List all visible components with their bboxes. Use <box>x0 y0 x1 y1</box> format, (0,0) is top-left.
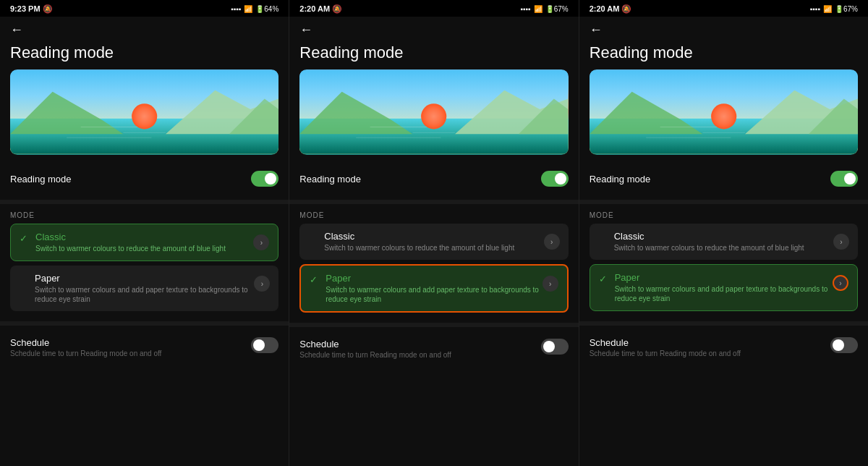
chevron-button[interactable]: › <box>544 234 560 250</box>
mode-card-desc: Switch to warmer colours to reduce the a… <box>35 244 253 253</box>
svg-point-2 <box>132 103 157 129</box>
mode-card-paper[interactable]: ✓PaperSwitch to warmer colours and add p… <box>590 264 858 311</box>
schedule-desc: Schedule time to turn Reading mode on an… <box>10 350 161 357</box>
schedule-desc: Schedule time to turn Reading mode on an… <box>590 350 741 357</box>
mode-card-desc: Switch to warmer colours to reduce the a… <box>614 243 833 253</box>
mode-card-text: PaperSwitch to warmer colours and add pa… <box>35 273 254 304</box>
check-icon: ✓ <box>599 274 609 284</box>
mode-card-name: Paper <box>326 273 542 284</box>
schedule-toggle-knob <box>543 341 555 352</box>
svg-point-20 <box>711 103 736 129</box>
status-time: 9:23 PM 🔕 <box>10 4 53 14</box>
mode-card-classic[interactable]: ClassicSwitch to warmer colours to reduc… <box>299 224 568 260</box>
mode-section-label: MODE <box>10 211 278 219</box>
mode-card-name: Paper <box>35 273 254 284</box>
chevron-button[interactable]: › <box>253 234 269 250</box>
section-divider <box>0 200 289 204</box>
schedule-row: Schedule Schedule time to turn Reading m… <box>299 339 568 359</box>
mode-card-left: ✓PaperSwitch to warmer colours and add p… <box>310 273 542 304</box>
schedule-section: Schedule Schedule time to turn Reading m… <box>0 331 289 360</box>
mode-card-text: ClassicSwitch to warmer colours to reduc… <box>324 231 543 253</box>
section-divider <box>579 200 868 204</box>
status-time: 2:20 AM 🔕 <box>590 4 632 14</box>
reading-mode-preview <box>10 69 278 155</box>
mode-card-left: ClassicSwitch to warmer colours to reduc… <box>308 231 543 253</box>
check-icon: ✓ <box>310 274 320 285</box>
status-icons: ▪▪▪▪ 📶 🔋67% <box>520 5 568 13</box>
mode-card-classic[interactable]: ✓ClassicSwitch to warmer colours to redu… <box>10 224 278 261</box>
schedule-section: Schedule Schedule time to turn Reading m… <box>289 333 578 362</box>
section-divider-2 <box>289 323 578 327</box>
mode-section-label: MODE <box>299 211 568 219</box>
mode-section-label: MODE <box>590 211 858 219</box>
signal-icon: ▪▪▪▪ <box>520 5 530 13</box>
section-divider <box>289 200 578 204</box>
schedule-toggle-knob <box>833 339 844 351</box>
back-button[interactable]: ← <box>299 22 312 37</box>
chevron-button[interactable]: › <box>833 234 849 250</box>
schedule-desc: Schedule time to turn Reading mode on an… <box>299 351 451 359</box>
schedule-text: Schedule Schedule time to turn Reading m… <box>590 337 741 357</box>
mode-section: MODEClassicSwitch to warmer colours to r… <box>579 207 868 318</box>
mode-card-left: ✓PaperSwitch to warmer colours and add p… <box>599 272 833 303</box>
schedule-title: Schedule <box>590 337 741 348</box>
schedule-toggle[interactable] <box>541 339 569 355</box>
signal-icon: ▪▪▪▪ <box>810 5 820 13</box>
mode-card-desc: Switch to warmer colours and add paper t… <box>326 285 542 304</box>
mode-card-name: Classic <box>324 231 543 242</box>
back-row: ← <box>289 17 578 41</box>
mode-card-paper[interactable]: ✓PaperSwitch to warmer colours and add p… <box>299 264 568 313</box>
back-row: ← <box>0 17 289 41</box>
phone-panel-panel3: 2:20 AM 🔕 ▪▪▪▪ 📶 🔋67% ←Reading mode <box>579 0 868 466</box>
status-time: 2:20 AM 🔕 <box>299 4 342 14</box>
mode-card-classic[interactable]: ClassicSwitch to warmer colours to reduc… <box>590 224 858 260</box>
reading-mode-label: Reading mode <box>590 174 651 185</box>
back-button[interactable]: ← <box>590 22 603 37</box>
toggle-knob <box>844 173 856 185</box>
schedule-title: Schedule <box>299 339 451 350</box>
chevron-button[interactable]: › <box>833 275 848 291</box>
signal-icon: ▪▪▪▪ <box>231 5 241 13</box>
chevron-button[interactable]: › <box>542 276 558 292</box>
mode-card-left: ✓ClassicSwitch to warmer colours to redu… <box>20 232 253 253</box>
section-divider-2 <box>579 321 868 326</box>
battery-icon: 🔋67% <box>835 5 858 13</box>
reading-mode-preview <box>590 69 858 155</box>
section-divider-2 <box>0 321 289 326</box>
chevron-button[interactable]: › <box>254 276 270 292</box>
mode-card-name: Classic <box>614 231 833 242</box>
schedule-toggle-knob <box>253 339 265 351</box>
wifi-icon: 📶 <box>244 5 252 13</box>
phone-panel-panel1: 9:23 PM 🔕 ▪▪▪▪ 📶 🔋64% ←Reading mode <box>0 0 289 466</box>
battery-icon: 🔋64% <box>255 5 278 13</box>
mode-section: MODEClassicSwitch to warmer colours to r… <box>289 207 578 320</box>
schedule-row: Schedule Schedule time to turn Reading m… <box>10 337 278 357</box>
reading-mode-label: Reading mode <box>299 174 361 185</box>
mode-card-desc: Switch to warmer colours to reduce the a… <box>324 243 543 253</box>
phone-panel-panel2: 2:20 AM 🔕 ▪▪▪▪ 📶 🔋67% ←Reading mode <box>289 0 579 466</box>
schedule-section: Schedule Schedule time to turn Reading m… <box>579 331 868 360</box>
mode-card-name: Classic <box>35 232 253 242</box>
page-title: Reading mode <box>289 41 578 69</box>
reading-mode-toggle[interactable] <box>251 171 278 187</box>
mode-card-paper[interactable]: PaperSwitch to warmer colours and add pa… <box>10 266 278 311</box>
mode-card-text: PaperSwitch to warmer colours and add pa… <box>615 272 833 303</box>
reading-mode-toggle[interactable] <box>830 171 858 187</box>
status-bar: 9:23 PM 🔕 ▪▪▪▪ 📶 🔋64% <box>0 0 289 17</box>
page-title: Reading mode <box>579 41 868 69</box>
mode-card-desc: Switch to warmer colours and add paper t… <box>615 284 833 303</box>
schedule-toggle[interactable] <box>830 337 858 353</box>
back-button[interactable]: ← <box>10 22 23 37</box>
mode-card-name: Paper <box>615 272 833 283</box>
reading-mode-toggle[interactable] <box>541 171 569 187</box>
wifi-icon: 📶 <box>823 5 832 13</box>
status-icons: ▪▪▪▪ 📶 🔋64% <box>231 5 278 13</box>
mode-card-left: PaperSwitch to warmer colours and add pa… <box>19 273 254 304</box>
schedule-row: Schedule Schedule time to turn Reading m… <box>590 337 858 357</box>
mode-section: MODE✓ClassicSwitch to warmer colours to … <box>0 207 289 318</box>
wifi-icon: 📶 <box>534 5 542 13</box>
check-icon: ✓ <box>20 233 30 244</box>
schedule-text: Schedule Schedule time to turn Reading m… <box>299 339 451 359</box>
status-bar: 2:20 AM 🔕 ▪▪▪▪ 📶 🔋67% <box>289 0 578 17</box>
schedule-toggle[interactable] <box>251 337 278 353</box>
